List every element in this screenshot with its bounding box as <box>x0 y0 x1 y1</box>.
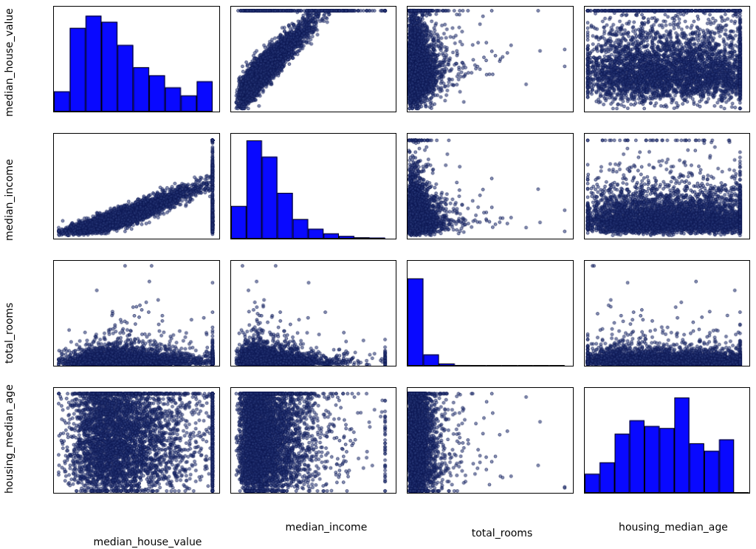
row-label-3: housing_median_age <box>3 480 15 494</box>
cell-0-2 <box>407 6 574 112</box>
cell-0-3 <box>584 6 751 112</box>
cell-2-1 <box>230 260 397 366</box>
cell-0-1 <box>230 6 397 112</box>
cell-3-0: 0102030405010000020000030000040000050000… <box>53 387 220 494</box>
col-label-1: median_income <box>252 521 400 533</box>
cell-2-3 <box>584 260 751 366</box>
cell-1-2 <box>407 133 574 239</box>
col-label-0: median_house_value <box>74 536 221 548</box>
row-label-1: median_income <box>3 228 15 241</box>
cell-2-2 <box>407 260 574 366</box>
col-label-3: housing_median_age <box>592 521 755 533</box>
cell-1-3 <box>584 133 751 239</box>
cell-1-0: 2468101214 <box>53 133 220 239</box>
cell-3-3: 01020304050 <box>584 387 751 494</box>
cell-3-1: 2468101214 <box>230 387 397 494</box>
cell-2-0: 010000200003000040000 <box>53 260 220 366</box>
col-label-2: total_rooms <box>428 527 576 539</box>
scatter-matrix: 100000200000300000400000500000 246810121… <box>53 6 750 494</box>
cell-3-2: 010000200003000040000 <box>407 387 574 494</box>
row-label-0: median_house_value <box>3 103 15 117</box>
cell-0-0: 100000200000300000400000500000 <box>53 6 220 112</box>
cell-1-1 <box>230 133 397 239</box>
row-label-2: total_rooms <box>3 350 15 364</box>
